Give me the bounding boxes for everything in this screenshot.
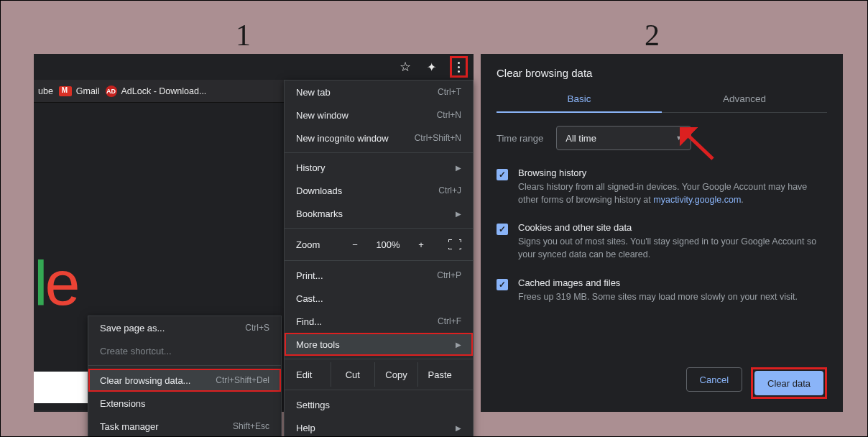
menu-label: Extensions: [100, 398, 146, 409]
menu-label: Save page as...: [100, 323, 165, 334]
menu-label: Cast...: [296, 293, 323, 304]
option-browsing-history: ✓ Browsing history Clears history from a…: [497, 167, 827, 206]
menu-label: Bookmarks: [296, 208, 343, 219]
menu-label: Find...: [296, 316, 322, 327]
checkbox-browsing[interactable]: ✓: [497, 169, 508, 180]
menu-label: Print...: [296, 270, 323, 281]
menu-label: History: [296, 162, 325, 173]
time-range-value: All time: [565, 133, 596, 144]
clear-data-button[interactable]: Clear data: [754, 371, 823, 395]
more-tools-submenu: Save page as... Ctrl+S Create shortcut..…: [88, 316, 282, 437]
checkbox-cookies[interactable]: ✓: [497, 224, 508, 235]
menu-settings[interactable]: Settings: [285, 393, 473, 416]
menu-more-tools[interactable]: More tools ▶: [285, 333, 473, 356]
menu-cast[interactable]: Cast...: [285, 287, 473, 310]
search-bar-fragment: [34, 372, 90, 403]
browser-toolbar: [34, 54, 474, 80]
zoom-label: Zoom: [296, 239, 338, 250]
bookmark-ube[interactable]: ube: [38, 86, 53, 96]
dialog-tabs: Basic Advanced: [481, 88, 843, 113]
bookmark-gmail[interactable]: Gmail: [59, 86, 100, 96]
menu-label: Task manager: [100, 421, 159, 432]
menu-new-window[interactable]: New window Ctrl+N: [285, 104, 473, 126]
menu-shortcut: Ctrl+F: [438, 316, 461, 326]
menu-task-manager[interactable]: Task manager Shift+Esc: [88, 415, 281, 437]
bookmark-label: Gmail: [76, 86, 100, 96]
menu-shortcut: Shift+Esc: [233, 421, 269, 431]
time-range-select[interactable]: All time ▼: [556, 126, 691, 150]
menu-print[interactable]: Print... Ctrl+P: [285, 264, 473, 287]
kebab-menu-button[interactable]: [458, 62, 460, 73]
copy-button[interactable]: Copy: [374, 362, 418, 387]
zoom-out-button[interactable]: −: [346, 239, 364, 250]
menu-separator: [285, 228, 473, 229]
menu-bookmarks[interactable]: Bookmarks ▶: [285, 202, 473, 225]
bookmark-label: ube: [38, 86, 53, 96]
chevron-right-icon: ▶: [456, 164, 461, 172]
option-title: Cookies and other site data: [518, 222, 827, 233]
paste-button[interactable]: Paste: [417, 362, 461, 387]
extensions-icon[interactable]: [424, 60, 438, 74]
menu-label: Help: [296, 423, 315, 433]
time-range-label: Time range: [497, 133, 543, 144]
time-range-row: Time range All time ▼: [497, 126, 827, 150]
option-title: Browsing history: [518, 167, 827, 178]
cut-button[interactable]: Cut: [331, 362, 374, 387]
option-description: Frees up 319 MB. Some sites may load mor…: [518, 290, 827, 303]
bookmark-star-icon[interactable]: [398, 60, 412, 74]
menu-history[interactable]: History ▶: [285, 156, 473, 179]
menu-shortcut: Ctrl+N: [437, 110, 461, 120]
tab-advanced[interactable]: Advanced: [662, 88, 827, 113]
option-text: Cached images and files Frees up 319 MB.…: [518, 277, 827, 303]
fullscreen-icon[interactable]: [448, 239, 461, 249]
menu-edit-row: Edit Cut Copy Paste: [285, 362, 473, 387]
option-text: Cookies and other site data Signs you ou…: [518, 222, 827, 261]
adlock-icon: AD: [106, 86, 117, 97]
option-description: Clears history from all signed-in device…: [518, 180, 827, 206]
menu-downloads[interactable]: Downloads Ctrl+J: [285, 179, 473, 202]
step-number-1: 1: [236, 18, 251, 52]
menu-shortcut: Ctrl+T: [438, 87, 461, 97]
zoom-in-button[interactable]: +: [412, 239, 430, 250]
menu-shortcut: Ctrl+P: [437, 270, 461, 280]
menu-save-page[interactable]: Save page as... Ctrl+S: [88, 316, 281, 339]
google-logo-fragment: le: [34, 247, 78, 320]
option-title: Cached images and files: [518, 277, 827, 288]
menu-label: Downloads: [296, 185, 342, 196]
menu-help[interactable]: Help ▶: [285, 416, 473, 437]
myactivity-link[interactable]: myactivity.google.com: [653, 195, 741, 205]
chevron-right-icon: ▶: [456, 424, 461, 432]
menu-label: Settings: [296, 400, 330, 410]
menu-shortcut: Ctrl+S: [245, 323, 269, 333]
menu-separator: [285, 359, 473, 359]
clear-browsing-dialog: Clear browsing data Basic Advanced Time …: [481, 54, 843, 412]
chevron-right-icon: ▶: [456, 341, 461, 349]
menu-separator: [285, 260, 473, 261]
option-cookies: ✓ Cookies and other site data Signs you …: [497, 222, 827, 261]
menu-create-shortcut[interactable]: Create shortcut...: [88, 339, 281, 362]
menu-separator: [88, 365, 281, 366]
menu-shortcut: Ctrl+J: [438, 185, 461, 196]
bookmark-adlock[interactable]: ADAdLock - Download...: [106, 86, 207, 97]
menu-shortcut: Ctrl+Shift+N: [415, 133, 461, 143]
option-cached: ✓ Cached images and files Frees up 319 M…: [497, 277, 827, 303]
clear-data-highlight: Clear data: [751, 367, 827, 399]
chrome-main-menu: New tab Ctrl+T New window Ctrl+N New inc…: [284, 80, 474, 437]
dropdown-caret-icon: ▼: [675, 134, 682, 142]
checkbox-cached[interactable]: ✓: [497, 279, 508, 290]
step-number-2: 2: [645, 18, 660, 52]
tab-basic[interactable]: Basic: [497, 88, 662, 113]
option-text: Browsing history Clears history from all…: [518, 167, 827, 206]
menu-label: More tools: [296, 339, 340, 350]
menu-separator: [285, 390, 473, 390]
menu-new-incognito[interactable]: New incognito window Ctrl+Shift+N: [285, 126, 473, 150]
menu-clear-browsing-data[interactable]: Clear browsing data... Ctrl+Shift+Del: [88, 369, 281, 392]
menu-extensions[interactable]: Extensions: [88, 392, 281, 415]
menu-new-tab[interactable]: New tab Ctrl+T: [285, 80, 473, 104]
menu-label: New incognito window: [296, 133, 389, 144]
chrome-browser-panel: ube Gmail ADAdLock - Download... le Save…: [34, 54, 474, 412]
cancel-button[interactable]: Cancel: [686, 367, 742, 392]
kebab-menu-highlight: [450, 56, 468, 78]
menu-find[interactable]: Find... Ctrl+F: [285, 310, 473, 333]
menu-zoom-row: Zoom − 100% +: [285, 231, 473, 257]
